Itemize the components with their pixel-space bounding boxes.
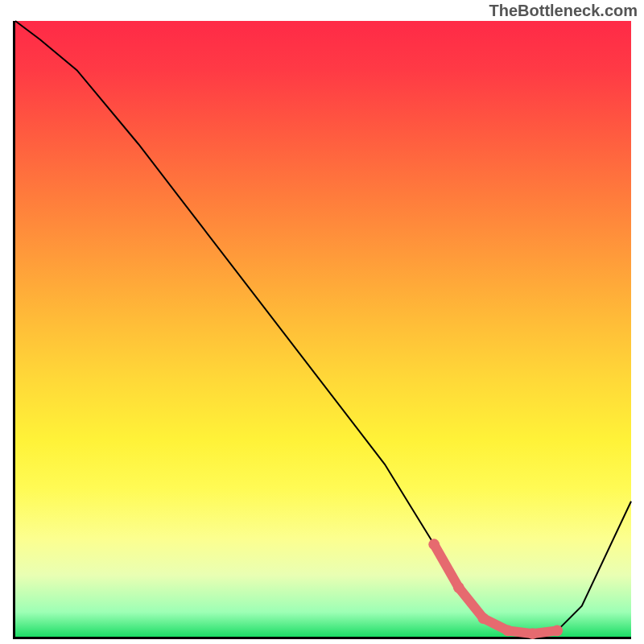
highlight-dot	[502, 625, 514, 636]
bottleneck-curve-line	[15, 21, 631, 634]
curve-svg	[15, 21, 631, 637]
highlight-dot	[527, 628, 539, 639]
plot-area	[13, 21, 631, 639]
highlight-dot	[478, 613, 489, 624]
highlight-dot	[551, 625, 563, 636]
watermark-text: TheBottleneck.com	[489, 2, 638, 20]
highlight-dot	[428, 539, 440, 550]
optimal-highlight-segment	[434, 544, 557, 634]
chart-container: TheBottleneck.com	[0, 0, 644, 644]
highlight-dot	[453, 582, 464, 593]
